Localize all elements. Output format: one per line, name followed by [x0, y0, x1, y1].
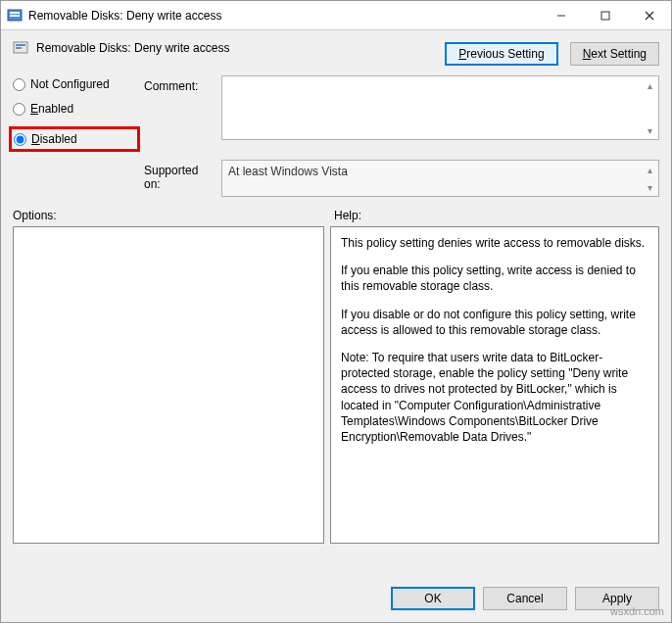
maximize-button[interactable]	[583, 1, 627, 29]
config-area: Not Configured Enabled Disabled Comment:…	[1, 75, 671, 197]
comment-label: Comment:	[144, 75, 217, 93]
svg-rect-1	[10, 12, 20, 14]
radio-not-configured[interactable]: Not Configured	[13, 77, 140, 91]
svg-rect-2	[10, 15, 20, 17]
radio-not-configured-label: Not Configured	[30, 77, 110, 91]
window-title: Removable Disks: Deny write access	[28, 9, 539, 23]
svg-rect-8	[16, 44, 25, 46]
radio-enabled-input[interactable]	[13, 103, 25, 116]
titlebar: Removable Disks: Deny write access	[1, 1, 671, 30]
options-panel	[13, 226, 324, 544]
policy-dialog: Removable Disks: Deny write access Remov…	[0, 0, 672, 623]
svg-rect-4	[601, 12, 609, 20]
help-text: If you enable this policy setting, write…	[341, 263, 648, 294]
scroll-down-icon[interactable]: ▾	[643, 180, 656, 194]
help-label: Help:	[334, 209, 361, 222]
radio-disabled-input[interactable]	[14, 133, 26, 146]
scroll-up-icon[interactable]: ▴	[643, 78, 656, 92]
app-icon	[7, 8, 23, 24]
options-label: Options:	[13, 209, 334, 222]
help-panel: This policy setting denies write access …	[330, 226, 659, 544]
header: Removable Disks: Deny write access	[1, 30, 445, 58]
help-text: If you disable or do not configure this …	[341, 307, 648, 338]
svg-rect-9	[16, 47, 22, 49]
minimize-button[interactable]	[539, 1, 583, 29]
help-text: Note: To require that users write data t…	[341, 350, 648, 445]
radio-disabled[interactable]: Disabled	[9, 126, 140, 152]
apply-button[interactable]: Apply	[575, 587, 659, 610]
ok-button[interactable]: OK	[391, 587, 475, 610]
radio-not-configured-input[interactable]	[13, 78, 25, 91]
scroll-down-icon[interactable]: ▾	[643, 123, 656, 137]
scroll-up-icon[interactable]: ▴	[643, 163, 656, 176]
window-controls	[539, 1, 671, 29]
supported-value: At least Windows Vista	[228, 165, 348, 178]
cancel-button[interactable]: Cancel	[483, 587, 567, 610]
dialog-buttons: OK Cancel Apply	[1, 577, 671, 622]
section-labels: Options: Help:	[1, 197, 671, 226]
close-button[interactable]	[627, 1, 671, 29]
panels: This policy setting denies write access …	[1, 226, 671, 577]
nav-buttons: Previous Setting Next Setting	[445, 30, 671, 75]
radio-enabled[interactable]: Enabled	[13, 102, 140, 116]
state-radio-group: Not Configured Enabled Disabled	[13, 75, 140, 152]
policy-icon	[13, 40, 28, 56]
next-setting-button[interactable]: Next Setting	[570, 42, 659, 66]
supported-label: Supported on:	[144, 160, 217, 191]
help-text: This policy setting denies write access …	[341, 235, 648, 251]
policy-subtitle: Removable Disks: Deny write access	[36, 41, 433, 55]
supported-field: At least Windows Vista ▴ ▾	[221, 160, 659, 197]
previous-setting-button[interactable]: Previous Setting	[445, 42, 557, 66]
comment-field[interactable]: ▴ ▾	[221, 75, 659, 140]
